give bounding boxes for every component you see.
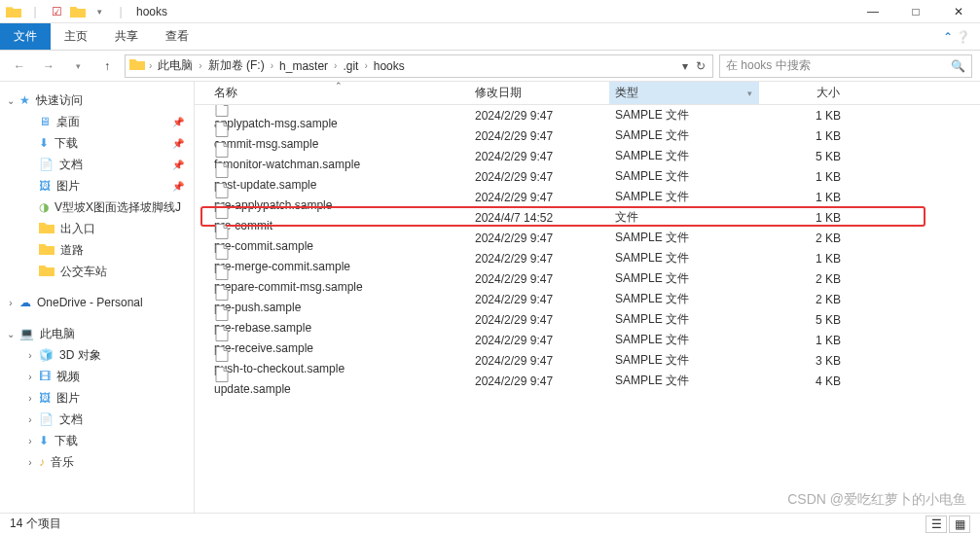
sidebar-item-videos[interactable]: ›🎞视频 [0,366,194,387]
breadcrumb[interactable]: 新加卷 (F:) [206,57,267,74]
file-icon [214,122,230,137]
path-dropdown-icon[interactable]: ▾ [677,56,693,76]
tab-view[interactable]: 查看 [152,23,202,50]
column-date[interactable]: 修改日期 [469,82,609,104]
folder-small-icon[interactable] [70,4,86,19]
ribbon: 文件 主页 共享 查看 ⌃ ❔ [0,23,980,51]
pin-icon: 📌 [172,181,184,192]
file-date: 2024/4/7 14:52 [469,211,609,225]
sidebar-item-3dobjects[interactable]: ›🧊3D 对象 [0,344,194,366]
file-size: 1 KB [759,211,847,225]
sidebar-item-vslope[interactable]: ◑V型坡X图面选择坡脚线J [0,196,194,218]
chevron-right-icon[interactable]: › [332,60,339,71]
chevron-right-icon[interactable]: › [269,60,275,71]
cube-icon: 🧊 [39,348,54,362]
status-bar: 14 个项目 ☰ ▦ [0,513,980,534]
icons-view-button[interactable]: ▦ [949,516,970,533]
up-button[interactable]: ↑ [95,54,119,78]
sidebar-item-rukou[interactable]: 出入口 [0,218,194,239]
sidebar-item-pictures[interactable]: 🖼图片📌 [0,175,194,196]
file-icon [214,346,230,362]
video-icon: 🎞 [39,370,51,383]
divider-icon: | [27,4,43,19]
file-size: 3 KB [759,354,847,368]
dropdown-icon: ▾ [747,89,752,98]
file-date: 2024/2/29 9:47 [469,374,609,388]
item-count: 14 个项目 [10,516,61,532]
tab-share[interactable]: 共享 [101,23,152,50]
download-icon: ⬇ [39,136,49,150]
sidebar-item-downloads2[interactable]: ›⬇下载 [0,430,194,451]
file-type: SAMPLE 文件 [609,250,759,267]
column-name[interactable]: 名称⌃ [208,82,469,104]
file-name: update.sample [214,382,291,396]
search-icon[interactable]: 🔍 [951,59,965,73]
watermark: CSDN @爱吃红萝卜的小电鱼 [787,491,966,509]
tab-file[interactable]: 文件 [0,23,51,50]
chevron-right-icon[interactable]: › [147,60,154,71]
checkbox-icon[interactable]: ☑ [49,4,64,19]
breadcrumb[interactable]: hooks [372,59,407,73]
help-icon[interactable]: ⌃ ❔ [943,23,980,50]
path-box[interactable]: › 此电脑 › 新加卷 (F:) › h_master › .git › hoo… [125,54,713,78]
file-icon [214,265,230,280]
folder-icon [39,264,54,280]
pictures-icon: 🖼 [39,391,51,405]
file-type: SAMPLE 文件 [609,311,759,328]
pin-icon: 📌 [172,138,184,149]
window-title: hooks [136,5,167,18]
music-icon: ♪ [39,455,45,469]
folder-icon [39,221,54,237]
recent-dropdown-icon[interactable]: ▾ [66,54,90,78]
chevron-right-icon[interactable]: › [197,60,203,71]
sidebar-item-documents[interactable]: 📄文档📌 [0,154,194,175]
file-size: 1 KB [759,191,847,204]
sidebar-item-music[interactable]: ›♪音乐 [0,451,194,473]
sidebar-item-onedrive[interactable]: ›☁OneDrive - Personal [0,292,194,313]
file-date: 2024/2/29 9:47 [469,231,609,245]
search-input[interactable]: 在 hooks 中搜索 🔍 [719,54,972,78]
file-size: 1 KB [759,334,847,347]
sidebar-item-pictures2[interactable]: ›🖼图片 [0,387,194,409]
qat-dropdown-icon[interactable]: ▾ [91,4,107,19]
cloud-icon: ☁ [19,296,31,309]
maximize-button[interactable]: □ [894,0,937,23]
file-area: 名称⌃ 修改日期 类型▾ 大小 applypatch-msg.sample202… [195,82,980,513]
file-size: 2 KB [759,272,847,286]
back-button[interactable]: ← [8,54,31,78]
sidebar-item-documents2[interactable]: ›📄文档 [0,409,194,430]
refresh-icon[interactable]: ↻ [693,56,708,76]
tab-home[interactable]: 主页 [51,23,101,50]
file-type: SAMPLE 文件 [609,107,759,124]
file-size: 1 KB [759,109,847,123]
breadcrumb[interactable]: 此电脑 [156,57,195,74]
sidebar-item-thispc[interactable]: ⌄💻此电脑 [0,323,194,344]
minimize-button[interactable]: — [852,0,894,23]
column-type[interactable]: 类型▾ [609,82,759,104]
sidebar-item-bus[interactable]: 公交车站 [0,261,194,282]
column-size[interactable]: 大小 [759,82,847,104]
file-type: SAMPLE 文件 [609,352,759,369]
details-view-button[interactable]: ☰ [926,516,947,533]
sidebar-item-quick-access[interactable]: ⌄★快速访问 [0,89,194,111]
breadcrumb[interactable]: h_master [277,59,330,73]
computer-icon: 💻 [19,327,34,340]
pin-icon: 📌 [172,160,184,170]
file-size: 1 KB [759,170,847,184]
folder-icon [39,242,54,259]
forward-button[interactable]: → [37,54,60,78]
breadcrumb[interactable]: .git [341,59,360,73]
titlebar: | ☑ ▾ | hooks — □ ✕ [0,0,980,23]
table-row[interactable]: update.sample2024/2/29 9:47SAMPLE 文件4 KB [195,371,980,391]
close-button[interactable]: ✕ [937,0,980,23]
file-icon [214,162,230,178]
divider-icon: | [113,4,128,19]
sidebar-item-road[interactable]: 道路 [0,239,194,261]
file-icon [214,142,230,158]
file-date: 2024/2/29 9:47 [469,129,609,143]
download-icon: ⬇ [39,434,49,447]
sidebar-item-desktop[interactable]: 🖥桌面📌 [0,111,194,132]
chevron-right-icon[interactable]: › [362,60,369,71]
sidebar-item-downloads[interactable]: ⬇下载📌 [0,132,194,154]
address-bar: ← → ▾ ↑ › 此电脑 › 新加卷 (F:) › h_master › .g… [0,51,980,82]
